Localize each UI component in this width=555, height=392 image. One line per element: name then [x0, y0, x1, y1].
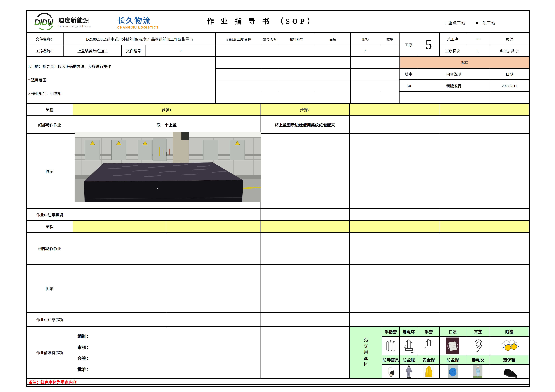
empty-grid-cell	[380, 80, 399, 92]
dust-cap-icon	[448, 365, 458, 378]
ppe-header: 防尘服	[400, 356, 418, 364]
finger-cots-icon	[385, 338, 397, 354]
empty-grid-cell	[315, 69, 351, 80]
flow2-empty	[73, 221, 166, 232]
empty-grid-cell	[315, 92, 351, 103]
illustration2-cell	[261, 265, 350, 312]
qty-value	[380, 45, 399, 56]
key-station-checkbox: □重点工站	[446, 21, 466, 25]
note2-empty	[73, 313, 166, 326]
page-title: 作 业 指 导 书 （SOP）	[189, 15, 335, 26]
note1-empty	[73, 209, 166, 220]
material-no-header: 物料料号	[278, 33, 315, 45]
ear-plug-icon	[471, 338, 485, 354]
step1-text-cell: 取一个上盖	[73, 116, 261, 133]
changjiu-logo: 长久物流 CHANGJIU LOGISTICS	[117, 14, 159, 29]
illustration1-cell	[439, 134, 529, 208]
page-label: 页码	[490, 33, 529, 45]
footnote-row: 备注：红色字体为重点内容	[27, 379, 529, 385]
step4-title-cell	[439, 104, 529, 115]
dust-suit-icon	[404, 365, 413, 378]
step2-text-cell: 将上盖图示边缘使用美纹纸包起来	[261, 116, 350, 133]
ppe-item-face-mask	[440, 337, 466, 355]
ppe-header: 静电衣	[466, 356, 490, 364]
step1-title-cell: 步骤1	[73, 104, 261, 115]
safety-glasses-icon	[499, 338, 520, 354]
factory-top-cover-photo	[74, 132, 261, 202]
doc-no-label: 文件编号	[122, 45, 146, 56]
reviewed-by-label: 审核：	[77, 344, 91, 350]
process-page-label: 工序页次	[440, 45, 466, 56]
signature-block: 编制： 审核： 会签： 批准：	[73, 327, 166, 378]
ppe-item-ear-plug	[466, 337, 490, 355]
flow1-label: 流程	[27, 104, 73, 115]
empty-grid-cell	[380, 92, 399, 103]
empty-grid-cell	[278, 92, 315, 103]
purpose-band: 1.目的：指导员工按照正确的方法、步骤进行操作 2.适用范围: 3.作业部门：组…	[27, 57, 529, 104]
page-value: 第5页，共5页	[490, 45, 529, 56]
prep-label: 作业前准备事项	[27, 327, 73, 378]
footnote-text: 备注：红色字体为重点内容	[29, 379, 77, 384]
spec-value: /	[351, 45, 380, 56]
date-col-header: 日期	[490, 69, 529, 79]
version-row-version: A0	[400, 80, 418, 91]
sop-table: DIDU 迪度新能源 Lithium Energy Solutions 长久物流…	[26, 10, 530, 387]
illustration1-label: 图示	[27, 134, 73, 208]
prep-band: 作业前准备事项 编制： 审核： 会签： 批准： 劳保用品区 手指套 静电环 手套…	[27, 327, 529, 379]
item-name-header: 品名	[315, 33, 351, 45]
purpose-line-2: 2.适用范围:	[28, 77, 47, 83]
empty-grid-cell	[278, 80, 315, 92]
flow2-empty	[439, 221, 529, 232]
detail2-band: 细部动作作业	[27, 233, 529, 265]
empty-grid-cell	[315, 57, 351, 68]
prepared-by-label: 编制：	[77, 333, 91, 339]
empty-grid-cell	[351, 69, 380, 80]
detail1-label: 细部动作作业	[27, 116, 73, 133]
flow2-empty	[261, 221, 350, 232]
version-row-date: 2024/4/11	[490, 80, 529, 91]
purpose-line-3: 3.作业部门：组装部	[28, 91, 62, 96]
empty-grid-cell	[380, 69, 399, 80]
gas-mask-icon	[385, 365, 396, 378]
esd-clothes-icon	[473, 365, 482, 378]
purpose-line-1: 1.目的：指导员工按照正确的方法、步骤进行操作	[28, 64, 111, 69]
flow2-empty	[166, 221, 261, 232]
item-name-value	[315, 45, 351, 56]
empty-grid-cell	[315, 80, 351, 92]
purpose-cell: 1.目的：指导员工按照正确的方法、步骤进行操作 2.适用范围: 3.作业部门：组…	[27, 57, 216, 103]
ppe-item-gloves	[418, 337, 440, 355]
illustration2-label: 图示	[27, 265, 73, 312]
ppe-header: 眼镜	[490, 327, 528, 336]
version-banner: 版本	[400, 57, 529, 69]
empty-grid-cell	[261, 69, 278, 80]
empty-grid-cell	[216, 92, 261, 103]
version-empty	[490, 92, 529, 103]
ppe-header: 手套	[418, 327, 440, 336]
prep-empty	[261, 327, 350, 378]
note2-empty	[261, 313, 350, 326]
ppe-header: 安全帽	[418, 356, 440, 364]
empty-grid-cell	[216, 69, 261, 80]
note2-empty	[350, 313, 439, 326]
detail2-empty	[350, 233, 439, 264]
header-band: DIDU 迪度新能源 Lithium Energy Solutions 长久物流…	[27, 11, 529, 33]
empty-grid-cell	[261, 57, 278, 68]
equipment-name-value	[216, 45, 261, 56]
process-label-cell: 工序	[400, 33, 418, 56]
ppe-header: 劳保鞋	[490, 356, 528, 364]
process-name-value: 上盖装美纹纸加工	[64, 45, 122, 56]
process-page-value: 1	[466, 45, 490, 56]
doc-no-value: 0	[146, 45, 215, 56]
ppe-item-safety-shoes	[490, 365, 528, 378]
ppe-header: 防尘帽	[440, 356, 466, 364]
detail2-label: 细部动作作业	[27, 233, 73, 264]
empty-grid-cell	[351, 57, 380, 68]
flow1-band: 流程 步骤1 步骤2	[27, 104, 529, 116]
empty-grid-cell	[216, 80, 261, 92]
desc-col-header: 内容说明	[418, 69, 490, 79]
model-header: 型号说明	[261, 33, 278, 45]
step1-photo	[74, 132, 261, 202]
ppe-item-dust-suit	[400, 365, 418, 378]
note1-empty	[166, 209, 261, 220]
didu-logo-icon: DIDU	[33, 14, 57, 30]
